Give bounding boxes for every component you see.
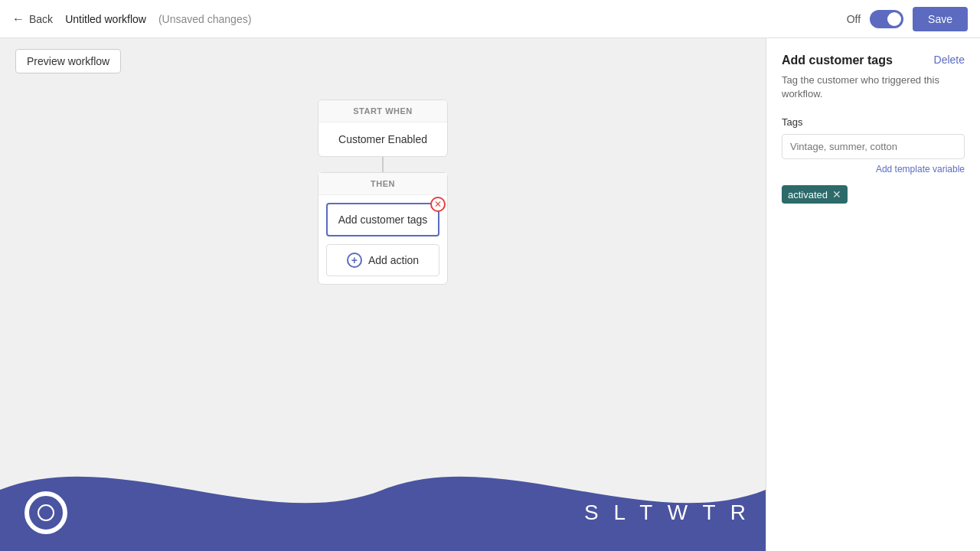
off-on-toggle[interactable] — [870, 10, 903, 28]
topbar-right: Off Save — [847, 7, 968, 31]
topbar: ← Back Untitled workflow (Unsaved change… — [0, 0, 980, 38]
start-when-box[interactable]: START WHEN Customer Enabled — [318, 99, 448, 157]
then-box: THEN ✕ Add customer tags + Add action — [318, 172, 448, 285]
topbar-left: ← Back Untitled workflow (Unsaved change… — [12, 12, 251, 26]
preview-workflow-button[interactable]: Preview workflow — [15, 49, 121, 73]
workflow-canvas: Preview workflow START WHEN Customer Ena… — [0, 38, 766, 551]
back-button[interactable]: ← Back — [12, 12, 53, 26]
start-when-header: START WHEN — [318, 100, 447, 122]
tags-label: Tags — [782, 116, 965, 128]
save-button[interactable]: Save — [913, 7, 968, 31]
panel-title: Add customer tags — [782, 54, 893, 67]
remove-tag-button[interactable]: ✕ — [832, 188, 841, 201]
right-panel: Add customer tags Delete Tag the custome… — [766, 38, 980, 551]
remove-action-button[interactable]: ✕ — [430, 197, 446, 212]
toggle-thumb — [887, 12, 901, 26]
start-when-node: START WHEN Customer Enabled — [318, 99, 448, 157]
workflow-title: Untitled workflow — [65, 13, 146, 25]
toggle-label: Off — [847, 13, 861, 25]
tags-input[interactable] — [782, 134, 965, 159]
tag-chip-label: activated — [788, 189, 828, 201]
back-arrow-icon: ← — [12, 12, 24, 26]
then-header: THEN — [318, 173, 447, 195]
then-node: THEN ✕ Add customer tags + Add action — [318, 172, 448, 285]
workflow-nodes: START WHEN Customer Enabled THEN ✕ Add c… — [0, 84, 766, 551]
plus-circle-icon: + — [347, 253, 362, 268]
delete-link[interactable]: Delete — [934, 54, 965, 66]
main-area: Preview workflow START WHEN Customer Ena… — [0, 38, 980, 551]
back-label: Back — [29, 13, 53, 25]
add-customer-tags-action[interactable]: ✕ Add customer tags — [326, 203, 439, 236]
connector-line — [382, 157, 384, 172]
add-action-button[interactable]: + Add action — [326, 244, 439, 276]
start-when-content: Customer Enabled — [318, 122, 447, 156]
panel-description: Tag the customer who triggered this work… — [782, 73, 965, 101]
unsaved-label: (Unsaved changes) — [158, 13, 251, 25]
add-template-variable-link[interactable]: Add template variable — [782, 164, 965, 174]
panel-header: Add customer tags Delete — [782, 54, 965, 67]
toggle-track — [870, 10, 903, 28]
activated-tag-chip: activated ✕ — [782, 185, 848, 204]
canvas-toolbar: Preview workflow — [0, 38, 766, 84]
action-label: Add customer tags — [338, 214, 428, 226]
add-action-label: Add action — [368, 254, 419, 266]
